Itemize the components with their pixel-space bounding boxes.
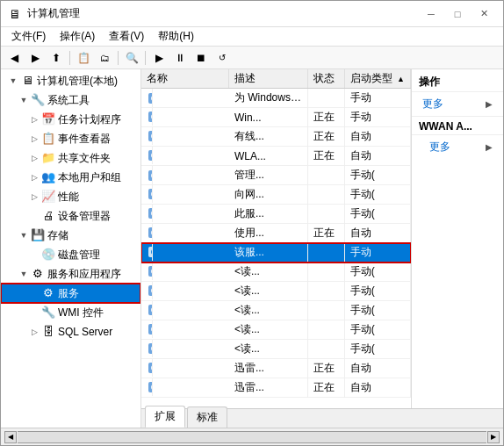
tree-item-task[interactable]: ▷📅任务计划程序: [1, 110, 140, 129]
service-row[interactable]: WLAN Direct 服务连接管...管理...手动(: [141, 166, 411, 185]
tree-item-perf[interactable]: ▷📈性能: [1, 187, 140, 206]
service-startup: 手动(: [344, 185, 410, 205]
service-icon: [147, 264, 153, 278]
menu-file[interactable]: 文件(F): [4, 27, 53, 46]
scroll-track[interactable]: [18, 431, 486, 443]
tree-toggle-svcapp[interactable]: ▼: [18, 269, 29, 279]
window-title: 计算机管理: [27, 6, 419, 21]
toolbar-pause[interactable]: ⏸: [170, 49, 190, 67]
service-row[interactable]: XLServicePlatform迅雷...正在自动: [141, 378, 411, 398]
tree-toggle-perf[interactable]: ▷: [29, 191, 40, 202]
minimize-button[interactable]: ─: [419, 5, 443, 23]
tree-item-svcapp[interactable]: ▼⚙服务和应用程序: [1, 264, 140, 284]
tree-toggle-diskmgr[interactable]: [29, 249, 40, 260]
tree-icon-services: ⚙: [41, 286, 55, 300]
service-icon: [147, 322, 153, 336]
tree-icon-perf: 📈: [41, 190, 55, 204]
service-row[interactable]: XboxGipSvc<读...手动(: [141, 320, 411, 340]
menu-action[interactable]: 操作(A): [53, 27, 102, 46]
tree-toggle-services[interactable]: [29, 288, 40, 299]
toolbar-copy[interactable]: 🗂: [95, 49, 114, 67]
service-icon: [147, 91, 153, 105]
toolbar-search[interactable]: 🔍: [122, 49, 141, 67]
service-row[interactable]: xbgm<读...手动(: [141, 263, 411, 282]
scroll-left-btn[interactable]: ◀: [4, 431, 17, 443]
toolbar-back[interactable]: ◀: [4, 49, 24, 67]
service-row[interactable]: XLNXService迅雷...正在自动: [141, 359, 411, 378]
menu-view[interactable]: 查看(V): [102, 27, 151, 46]
close-button[interactable]: ✕: [472, 5, 496, 23]
service-row[interactable]: WWAN AutoConfig该服...手动: [141, 243, 411, 263]
maximize-button[interactable]: □: [445, 5, 470, 23]
tree-item-wmi[interactable]: 🔧WMI 控件: [1, 303, 140, 322]
service-row[interactable]: WLAN AutoConfigWLA...正在自动: [141, 147, 411, 166]
tree-toggle-storage[interactable]: ▼: [18, 230, 29, 241]
svg-rect-28: [148, 363, 153, 373]
service-icon: [147, 284, 153, 298]
tree-toggle-tools[interactable]: ▼: [18, 95, 29, 105]
svg-rect-10: [148, 189, 153, 199]
col-header-name[interactable]: 名称: [141, 69, 229, 89]
tree-toggle-localusers[interactable]: ▷: [29, 172, 40, 183]
service-status: [308, 205, 344, 224]
svg-rect-22: [148, 305, 153, 315]
service-list[interactable]: 名称 描述 状态 启动类型 ▲: [141, 69, 411, 408]
tree-item-event[interactable]: ▷📋事件查看器: [1, 129, 140, 148]
toolbar-show-hide[interactable]: 📋: [74, 49, 93, 67]
service-row[interactable]: WinHTTP Web Proxy Aut...Win...正在手动: [141, 108, 411, 127]
tree-toggle-task[interactable]: ▷: [29, 114, 40, 125]
tab-expand[interactable]: 扩展: [145, 406, 185, 428]
service-status: [308, 282, 344, 301]
service-row[interactable]: WMI Performance Adapt向网...手动(: [141, 185, 411, 205]
tree-item-diskmgr[interactable]: 💿磁盘管理: [1, 245, 140, 264]
col-header-startup[interactable]: 启动类型 ▲: [344, 69, 410, 89]
service-startup: 手动: [344, 243, 410, 263]
service-row[interactable]: Wired AutoConfig有线...正在自动: [141, 127, 411, 147]
tree-label-diskmgr: 磁盘管理: [58, 247, 100, 263]
service-row[interactable]: Work Folders此服...手动(: [141, 205, 411, 224]
tree-label-sqlserver: SQL Server: [58, 324, 112, 340]
service-desc: 管理...: [229, 166, 308, 185]
service-desc: 使用...: [229, 224, 308, 243]
tree-item-localusers[interactable]: ▷👥本地用户和组: [1, 168, 140, 187]
tree-toggle-sqlserver[interactable]: ▷: [29, 327, 40, 337]
toolbar-stop[interactable]: ⏹: [191, 49, 211, 67]
tree-toggle-root[interactable]: ▼: [8, 76, 18, 86]
service-row[interactable]: XblAuthManager<读...手动(: [141, 282, 411, 301]
tree-item-sqlserver[interactable]: ▷🗄SQL Server: [1, 322, 140, 342]
tree-item-root[interactable]: ▼🖥计算机管理(本地): [1, 71, 140, 90]
scroll-right-btn[interactable]: ▶: [487, 431, 500, 443]
service-row[interactable]: XblGameSave<读...手动(: [141, 301, 411, 320]
tree-label-event: 事件查看器: [58, 131, 111, 147]
toolbar-play[interactable]: ▶: [149, 49, 169, 67]
tree-label-perf: 性能: [58, 189, 79, 205]
tree-toggle-shared[interactable]: ▷: [29, 153, 40, 163]
toolbar-restart[interactable]: ↺: [212, 49, 232, 67]
tree-icon-svcapp: ⚙: [31, 267, 45, 281]
service-desc: 该服...: [229, 243, 308, 263]
service-row[interactable]: Workstation使用...正在自动: [141, 224, 411, 243]
action-more-2[interactable]: 更多 ▶: [412, 137, 503, 157]
tree-item-tools[interactable]: ▼🔧系统工具: [1, 90, 140, 110]
toolbar-up[interactable]: ⬆: [47, 49, 66, 67]
tree-item-storage[interactable]: ▼💾存储: [1, 226, 140, 245]
service-row[interactable]: Windows 预览体验成员服务为 Windows 预览体验计划提供基础结构支持…: [141, 89, 411, 108]
toolbar-forward[interactable]: ▶: [25, 49, 45, 67]
svg-rect-30: [148, 382, 153, 392]
service-row[interactable]: XboxNetApiSvc<读...手动(: [141, 340, 411, 359]
tree-toggle-event[interactable]: ▷: [29, 133, 40, 144]
action-more-1[interactable]: 更多 ▶: [412, 94, 503, 114]
tree-label-localusers: 本地用户和组: [58, 169, 121, 185]
service-icon: [147, 169, 153, 183]
tree-item-devmgr[interactable]: 🖨设备管理器: [1, 206, 140, 226]
tree-toggle-devmgr[interactable]: [29, 211, 40, 221]
col-header-desc[interactable]: 描述: [229, 69, 308, 89]
tab-standard[interactable]: 标准: [187, 406, 227, 428]
col-header-status[interactable]: 状态: [308, 69, 344, 89]
tree-item-shared[interactable]: ▷📁共享文件夹: [1, 148, 140, 168]
service-status: [308, 185, 344, 205]
tree-item-services[interactable]: ⚙服务: [1, 284, 140, 303]
tree-toggle-wmi[interactable]: [29, 307, 40, 318]
menu-help[interactable]: 帮助(H): [151, 27, 201, 46]
service-icon: [147, 129, 153, 143]
